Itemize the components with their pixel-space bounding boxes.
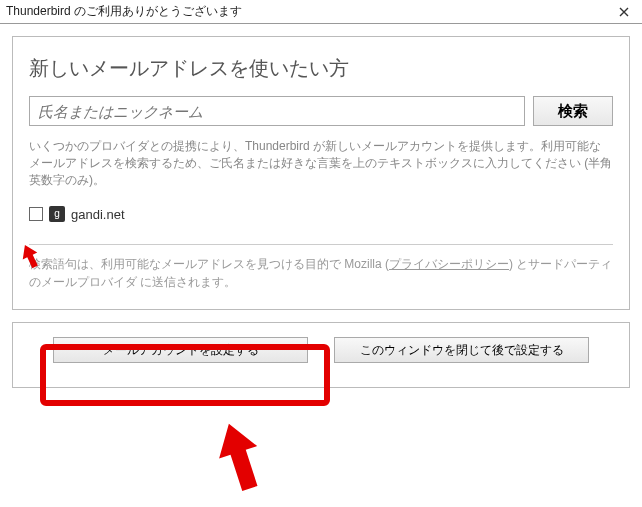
annotation-arrow-icon xyxy=(210,418,270,498)
heading: 新しいメールアドレスを使いたい方 xyxy=(29,55,613,82)
search-button[interactable]: 検索 xyxy=(533,96,613,126)
privacy-note: 検索語句は、利用可能なメールアドレスを見つける目的で Mozilla (プライバ… xyxy=(29,255,613,291)
close-button[interactable] xyxy=(608,1,640,23)
search-row: 検索 xyxy=(29,96,613,126)
provider-checkbox[interactable] xyxy=(29,207,43,221)
privacy-link[interactable]: プライバシーポリシー xyxy=(389,257,509,271)
name-input[interactable] xyxy=(29,96,525,126)
close-icon xyxy=(619,7,629,17)
titlebar: Thunderbird のご利用ありがとうございます xyxy=(0,0,642,24)
window-title: Thunderbird のご利用ありがとうございます xyxy=(6,3,608,20)
dialog-content: 新しいメールアドレスを使いたい方 検索 いくつかのプロバイダとの提携により、Th… xyxy=(0,24,642,507)
main-panel: 新しいメールアドレスを使いたい方 検索 いくつかのプロバイダとの提携により、Th… xyxy=(12,36,630,310)
provider-row: g gandi.net xyxy=(29,206,613,222)
close-later-button[interactable]: このウィンドウを閉じて後で設定する xyxy=(334,337,589,363)
note-pre: 検索語句は、利用可能なメールアドレスを見つける目的で Mozilla ( xyxy=(29,257,389,271)
provider-label: gandi.net xyxy=(71,207,125,222)
divider xyxy=(29,244,613,245)
buttons-panel: メールアカウントを設定する このウィンドウを閉じて後で設定する xyxy=(12,322,630,388)
configure-account-button[interactable]: メールアカウントを設定する xyxy=(53,337,308,363)
description-text: いくつかのプロバイダとの提携により、Thunderbird が新しいメールアカウ… xyxy=(29,138,613,188)
gandi-icon: g xyxy=(49,206,65,222)
